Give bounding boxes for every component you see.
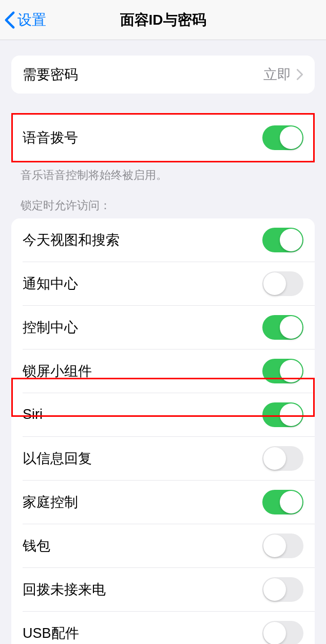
toggle-lock-access-item[interactable] bbox=[262, 228, 303, 252]
row-lock-access-item: 以信息回复 bbox=[23, 436, 315, 480]
toggle-lock-access-item[interactable] bbox=[262, 315, 303, 340]
group-require-passcode: 需要密码 立即 bbox=[11, 56, 315, 94]
row-lock-access-item: 控制中心 bbox=[23, 305, 315, 349]
toggle-lock-access-item[interactable] bbox=[262, 533, 303, 558]
lock-access-item-label: 锁屏小组件 bbox=[23, 362, 262, 380]
lock-access-item-label: USB配件 bbox=[23, 624, 262, 642]
group-voice-dial: 语音拨号 bbox=[11, 114, 315, 161]
row-lock-access-item: 钱包 bbox=[23, 524, 315, 567]
lock-access-item-label: 回拨未接来电 bbox=[23, 580, 262, 599]
back-label: 设置 bbox=[17, 10, 46, 30]
row-voice-dial: 语音拨号 bbox=[11, 114, 315, 161]
voice-dial-label: 语音拨号 bbox=[23, 128, 262, 147]
lock-access-item-label: 通知中心 bbox=[23, 274, 262, 293]
toggle-lock-access-item[interactable] bbox=[262, 446, 303, 471]
row-lock-access-item: USB配件 bbox=[23, 611, 315, 644]
lock-access-item-label: 钱包 bbox=[23, 537, 262, 555]
toggle-lock-access-item[interactable] bbox=[262, 359, 303, 383]
row-lock-access-item: 家庭控制 bbox=[23, 480, 315, 524]
toggle-lock-access-item[interactable] bbox=[262, 577, 303, 602]
header-bar: 设置 面容ID与密码 bbox=[0, 0, 326, 40]
row-lock-access-item: Siri bbox=[23, 393, 315, 436]
lock-access-item-label: 家庭控制 bbox=[23, 493, 262, 511]
row-lock-access-item: 回拨未接来电 bbox=[23, 567, 315, 611]
lock-access-item-label: 今天视图和搜索 bbox=[23, 231, 262, 249]
toggle-lock-access-item[interactable] bbox=[262, 621, 303, 644]
chevron-left-icon bbox=[4, 11, 15, 29]
voice-dial-footer: 音乐语音控制将始终被启用。 bbox=[21, 168, 305, 183]
back-button[interactable]: 设置 bbox=[4, 10, 46, 30]
toggle-lock-access-item[interactable] bbox=[262, 490, 303, 514]
row-require-passcode[interactable]: 需要密码 立即 bbox=[11, 56, 315, 94]
row-lock-access-item: 通知中心 bbox=[23, 262, 315, 305]
lock-access-header: 锁定时允许访问： bbox=[21, 198, 305, 213]
chevron-right-icon bbox=[296, 68, 303, 81]
toggle-voice-dial[interactable] bbox=[262, 125, 303, 150]
lock-access-item-label: Siri bbox=[23, 407, 262, 422]
toggle-lock-access-item[interactable] bbox=[262, 271, 303, 296]
lock-access-item-label: 控制中心 bbox=[23, 318, 262, 337]
page-title: 面容ID与密码 bbox=[120, 10, 206, 30]
group-lock-access: 今天视图和搜索通知中心控制中心锁屏小组件Siri以信息回复家庭控制钱包回拨未接来… bbox=[11, 218, 315, 644]
row-lock-access-item: 今天视图和搜索 bbox=[11, 218, 315, 262]
toggle-lock-access-item[interactable] bbox=[262, 402, 303, 427]
content-area: 需要密码 立即 语音拨号 音乐语音控制将始终被启用。 锁定时允许访问： 今天视图… bbox=[0, 40, 326, 644]
require-passcode-value: 立即 bbox=[263, 65, 291, 84]
require-passcode-label: 需要密码 bbox=[23, 65, 263, 84]
row-lock-access-item: 锁屏小组件 bbox=[23, 349, 315, 393]
lock-access-item-label: 以信息回复 bbox=[23, 449, 262, 468]
